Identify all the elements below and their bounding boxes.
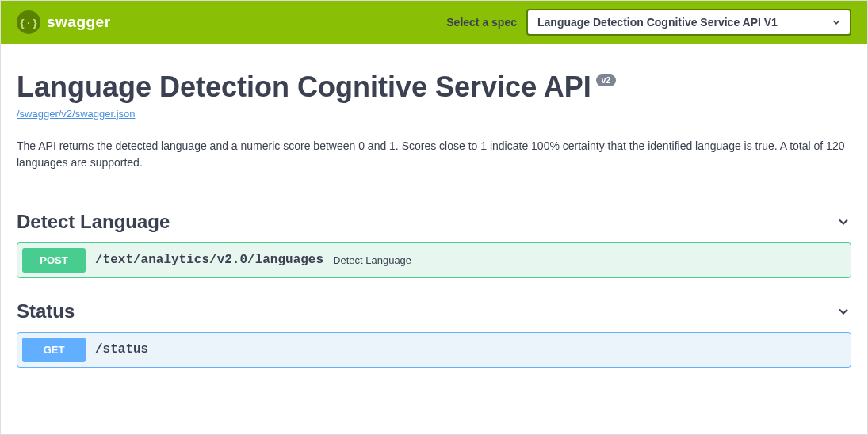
version-badge: v2 [596,74,616,86]
swagger-logo-icon: { · } [17,10,40,34]
api-description: The API returns the detected language an… [17,138,851,171]
chevron-down-icon [835,303,851,319]
spec-select[interactable]: Language Detection Cognitive Service API… [526,9,851,36]
main-content: Language Detection Cognitive Service API… [1,44,867,391]
operation-path: /text/analytics/v2.0/languages [95,253,323,267]
tag-section-status: Status GET /status [17,300,851,368]
brand-text: swagger [47,13,111,31]
spec-selector-container: Select a spec Language Detection Cogniti… [446,9,851,36]
spec-select-value: Language Detection Cognitive Service API… [537,16,822,29]
operation-summary: Detect Language [333,254,411,266]
brand-container: { · } swagger [17,10,111,34]
tag-section-detect-language: Detect Language POST /text/analytics/v2.… [17,211,851,278]
tag-name: Status [17,300,75,322]
operation-row[interactable]: POST /text/analytics/v2.0/languages Dete… [17,242,851,278]
tag-header[interactable]: Status [17,300,851,322]
chevron-down-icon [831,17,842,28]
tag-header[interactable]: Detect Language [17,211,851,233]
method-badge-post: POST [22,248,86,273]
operation-row[interactable]: GET /status [17,332,851,368]
spec-select-label: Select a spec [446,16,517,29]
operation-path: /status [95,342,148,357]
api-title: Language Detection Cognitive Service API [17,71,591,103]
method-badge-get: GET [22,338,86,362]
swagger-json-link[interactable]: /swagger/v2/swagger.json [17,108,136,120]
topbar: { · } swagger Select a spec Language Det… [1,1,867,44]
chevron-down-icon [835,214,851,230]
title-row: Language Detection Cognitive Service API… [17,71,851,103]
tag-name: Detect Language [17,211,170,233]
